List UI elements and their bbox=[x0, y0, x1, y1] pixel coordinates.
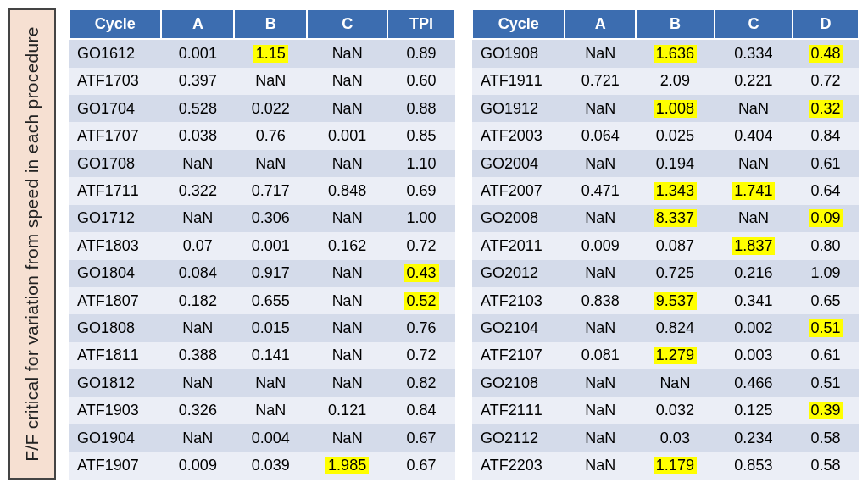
col-a: NaN bbox=[565, 314, 636, 341]
col-last: 0.67 bbox=[387, 424, 455, 452]
col-b: 2.09 bbox=[636, 68, 715, 95]
table-row: ATF17110.3220.7170.8480.69 bbox=[69, 177, 455, 204]
col-last: 0.09 bbox=[793, 205, 859, 232]
cycle: ATF2007 bbox=[472, 177, 565, 204]
cycle: ATF2203 bbox=[472, 452, 565, 480]
cycle: GO2108 bbox=[472, 369, 565, 396]
cycle: ATF2103 bbox=[472, 287, 565, 314]
col-last: 0.61 bbox=[793, 150, 859, 177]
cycle: GO2012 bbox=[472, 260, 565, 287]
right-header-cycle: Cycle bbox=[472, 9, 565, 39]
col-b: NaN bbox=[234, 150, 307, 177]
col-b: 0.015 bbox=[234, 314, 307, 341]
cycle: GO1904 bbox=[69, 424, 161, 452]
col-last: 0.61 bbox=[793, 342, 859, 369]
left-header-c: C bbox=[307, 9, 387, 39]
col-b: 0.001 bbox=[234, 232, 307, 259]
col-a: 0.397 bbox=[161, 68, 234, 95]
col-a: 0.009 bbox=[565, 232, 636, 259]
col-b: 0.022 bbox=[234, 95, 307, 122]
table-row: ATF19110.7212.090.2210.72 bbox=[472, 68, 859, 95]
table-row: GO2112NaN0.030.2340.58 bbox=[472, 424, 859, 452]
col-c: NaN bbox=[715, 150, 793, 177]
col-last: 0.76 bbox=[387, 314, 455, 341]
highlighted-value: 1.15 bbox=[253, 45, 288, 63]
col-b: 0.194 bbox=[636, 150, 715, 177]
cycle: ATF1807 bbox=[69, 287, 161, 314]
right-header-b: B bbox=[636, 9, 715, 39]
col-last: 0.69 bbox=[387, 177, 455, 204]
highlighted-value: 0.43 bbox=[404, 264, 439, 282]
col-c: 0.334 bbox=[715, 39, 793, 68]
table-row: GO1708NaNNaNNaN1.10 bbox=[69, 150, 455, 177]
col-a: NaN bbox=[161, 369, 234, 396]
cycle: ATF1811 bbox=[69, 342, 161, 369]
col-c: 0.853 bbox=[715, 452, 793, 480]
cycle: ATF1703 bbox=[69, 68, 161, 95]
col-last: 0.43 bbox=[387, 260, 455, 287]
col-a: 0.081 bbox=[565, 342, 636, 369]
table-row: ATF19030.326NaN0.1210.84 bbox=[69, 397, 455, 424]
table-row: ATF21030.8389.5370.3410.65 bbox=[472, 287, 859, 314]
col-a: 0.528 bbox=[161, 95, 234, 122]
cycle: ATF1711 bbox=[69, 177, 161, 204]
highlighted-value: 1.008 bbox=[654, 100, 697, 118]
highlighted-value: 0.09 bbox=[809, 209, 843, 227]
highlighted-value: 1.279 bbox=[654, 347, 697, 364]
cycle: ATF2107 bbox=[472, 342, 565, 369]
col-c: 0.162 bbox=[307, 232, 387, 259]
col-a: 0.721 bbox=[565, 68, 636, 95]
table-row: GO2004NaN0.194NaN0.61 bbox=[472, 150, 859, 177]
col-last: 0.52 bbox=[387, 287, 455, 314]
cycle: GO1804 bbox=[69, 260, 161, 287]
table-row: GO18040.0840.917NaN0.43 bbox=[69, 260, 455, 287]
col-c: NaN bbox=[307, 287, 387, 314]
col-a: 0.471 bbox=[565, 177, 636, 204]
col-b: 0.306 bbox=[234, 205, 307, 232]
col-a: NaN bbox=[565, 260, 636, 287]
col-last: 0.39 bbox=[793, 397, 859, 424]
col-a: 0.064 bbox=[565, 122, 636, 149]
table-row: GO16120.0011.15NaN0.89 bbox=[69, 39, 455, 68]
col-last: 0.84 bbox=[387, 397, 455, 424]
cycle: GO1704 bbox=[69, 95, 161, 122]
right-header-a: A bbox=[565, 9, 636, 39]
col-b: 0.039 bbox=[234, 452, 307, 480]
col-c: 0.341 bbox=[715, 287, 793, 314]
cycle: GO1908 bbox=[472, 39, 565, 68]
highlighted-value: 1.741 bbox=[732, 182, 775, 200]
side-caption-text: F/F critical for variation from speed in… bbox=[22, 26, 42, 462]
col-c: NaN bbox=[307, 369, 387, 396]
highlighted-value: 0.51 bbox=[809, 319, 843, 337]
col-b: NaN bbox=[234, 68, 307, 95]
left-header-tpi: TPI bbox=[387, 9, 455, 39]
col-c: NaN bbox=[307, 95, 387, 122]
col-c: NaN bbox=[307, 205, 387, 232]
table-row: ATF18070.1820.655NaN0.52 bbox=[69, 287, 455, 314]
col-a: 0.388 bbox=[161, 342, 234, 369]
col-b: 0.141 bbox=[234, 342, 307, 369]
col-a: 0.838 bbox=[565, 287, 636, 314]
col-a: NaN bbox=[565, 452, 636, 480]
highlighted-value: 1.837 bbox=[732, 237, 775, 255]
highlighted-value: 0.32 bbox=[809, 100, 843, 118]
col-a: NaN bbox=[565, 150, 636, 177]
cycle: GO1708 bbox=[69, 150, 161, 177]
cycle: ATF1903 bbox=[69, 397, 161, 424]
col-last: 1.00 bbox=[387, 205, 455, 232]
col-c: NaN bbox=[307, 314, 387, 341]
col-a: 0.322 bbox=[161, 177, 234, 204]
col-last: 0.58 bbox=[793, 452, 859, 480]
col-last: 0.72 bbox=[387, 342, 455, 369]
table-row: ATF20030.0640.0250.4040.84 bbox=[472, 122, 859, 149]
cycle: ATF1907 bbox=[69, 452, 161, 480]
col-c: 0.221 bbox=[715, 68, 793, 95]
col-a: NaN bbox=[565, 39, 636, 68]
highlighted-value: 0.39 bbox=[809, 402, 843, 419]
col-b: 1.008 bbox=[636, 95, 715, 122]
col-b: 0.917 bbox=[234, 260, 307, 287]
col-a: NaN bbox=[565, 424, 636, 452]
col-last: 0.51 bbox=[793, 314, 859, 341]
highlighted-value: 1.985 bbox=[326, 457, 369, 474]
col-last: 0.51 bbox=[793, 369, 859, 396]
